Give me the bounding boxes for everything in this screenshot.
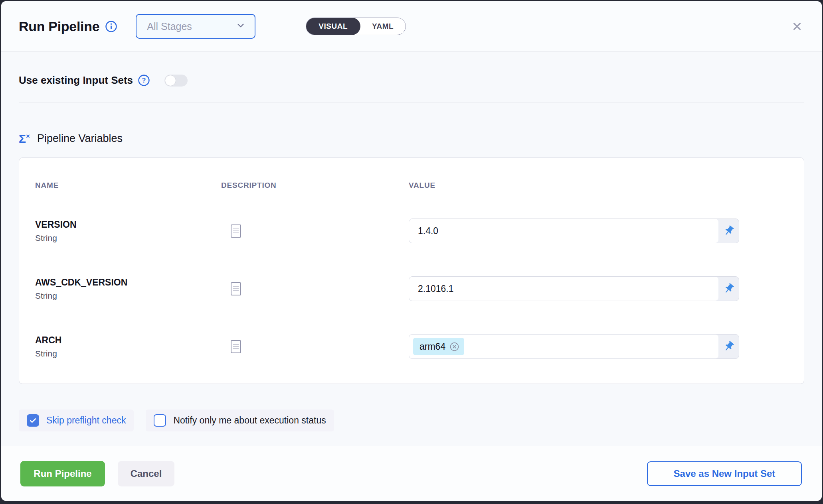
tab-visual[interactable]: VISUAL: [306, 18, 360, 35]
save-as-new-input-set-button[interactable]: Save as New Input Set: [647, 461, 802, 486]
input-sets-toggle[interactable]: [164, 75, 188, 87]
variables-table-header: NAME DESCRIPTION VALUE: [35, 181, 788, 190]
variable-value-field: [409, 276, 739, 301]
run-pipeline-button[interactable]: Run Pipeline: [20, 461, 105, 486]
variables-sigma-icon: Σ×: [19, 133, 30, 145]
modal-header: Run Pipeline All Stages VISUAL YAML: [1, 1, 822, 52]
variable-description-cell: [221, 282, 409, 295]
section-divider: [19, 102, 804, 103]
variable-description-cell: [221, 340, 409, 353]
close-icon[interactable]: [788, 18, 806, 35]
variable-name: AWS_CDK_VERSION: [35, 277, 221, 288]
variable-value-cell: [409, 276, 788, 301]
variable-row: ARCH String arm64: [35, 334, 788, 359]
column-header-description: DESCRIPTION: [221, 181, 409, 190]
checkbox[interactable]: [154, 414, 166, 427]
column-header-name: NAME: [35, 181, 221, 190]
execution-options-row: Skip preflight check Notify only me abou…: [19, 410, 804, 431]
variable-name: VERSION: [35, 219, 221, 230]
cancel-button[interactable]: Cancel: [118, 461, 174, 486]
variable-type: String: [35, 291, 221, 301]
option-label: Skip preflight check: [46, 415, 126, 426]
tab-yaml[interactable]: YAML: [360, 18, 406, 35]
variable-name: ARCH: [35, 335, 221, 346]
variable-value-input[interactable]: [409, 277, 718, 301]
modal-body: Use existing Input Sets ? Σ× Pipeline Va…: [1, 52, 822, 446]
view-mode-toggle: VISUAL YAML: [306, 18, 406, 35]
page-title: Run Pipeline: [19, 19, 99, 34]
pin-icon[interactable]: [718, 335, 739, 358]
pin-icon[interactable]: [718, 219, 739, 243]
pipeline-variables-title: Pipeline Variables: [37, 132, 123, 145]
variable-value-cell: arm64: [409, 334, 788, 359]
variable-value-field: [409, 219, 739, 243]
pipeline-variables-heading: Σ× Pipeline Variables: [19, 132, 804, 145]
variable-name-cell: ARCH String: [35, 335, 221, 358]
variable-value-input[interactable]: [409, 219, 718, 243]
description-doc-icon: [231, 224, 241, 238]
variable-value-cell: [409, 219, 788, 243]
svg-text:?: ?: [142, 77, 146, 84]
chevron-down-icon: [235, 20, 246, 32]
use-existing-input-sets-row: Use existing Input Sets ?: [19, 74, 804, 87]
variables-table-body: VERSION String AWS_CDK_VERSION Str: [35, 219, 788, 359]
option-checkbox-pill[interactable]: Skip preflight check: [19, 410, 134, 431]
info-icon[interactable]: [105, 20, 117, 33]
checkbox[interactable]: [27, 414, 39, 427]
variable-row: VERSION String: [35, 219, 788, 243]
use-existing-input-sets-label: Use existing Input Sets: [19, 74, 133, 87]
pipeline-variables-card: NAME DESCRIPTION VALUE VERSION String: [19, 158, 804, 384]
variable-name-cell: AWS_CDK_VERSION String: [35, 277, 221, 301]
modal-footer: Run Pipeline Cancel Save as New Input Se…: [1, 446, 822, 501]
variable-row: AWS_CDK_VERSION String: [35, 276, 788, 301]
option-label: Notify only me about execution status: [173, 415, 326, 426]
variable-value-field: arm64: [409, 334, 739, 359]
tag-remove-icon[interactable]: [449, 342, 459, 352]
pin-icon[interactable]: [718, 277, 739, 301]
variable-description-cell: [221, 224, 409, 238]
run-pipeline-modal: Run Pipeline All Stages VISUAL YAML: [1, 1, 822, 501]
toggle-knob: [165, 75, 176, 86]
description-doc-icon: [231, 340, 241, 353]
stage-selector-value: All Stages: [147, 21, 235, 32]
value-tag: arm64: [413, 338, 464, 355]
description-doc-icon: [231, 282, 241, 295]
variable-value-tagbox[interactable]: arm64: [409, 335, 718, 358]
variable-type: String: [35, 349, 221, 358]
help-icon[interactable]: ?: [138, 74, 150, 87]
column-header-value: VALUE: [409, 181, 788, 190]
variable-name-cell: VERSION String: [35, 219, 221, 243]
variable-type: String: [35, 233, 221, 243]
option-checkbox-pill[interactable]: Notify only me about execution status: [146, 410, 334, 431]
stage-selector-dropdown[interactable]: All Stages: [136, 14, 255, 39]
